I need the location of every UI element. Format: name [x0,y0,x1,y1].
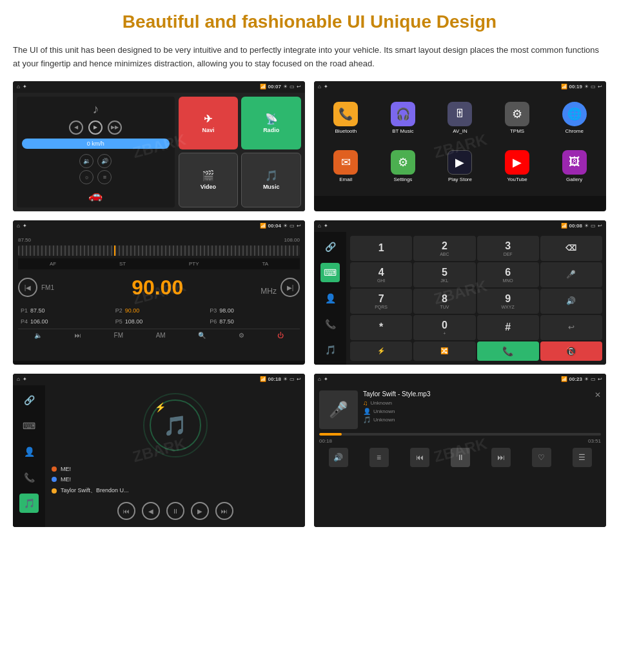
song-dot-1 [52,466,57,472]
key-1[interactable]: 1 [350,236,412,261]
key-5[interactable]: 5JKL [413,262,475,287]
app-email[interactable]: ✉ Email [319,146,373,191]
ta-btn[interactable]: TA [259,260,271,268]
key-hold[interactable]: ↩ [540,315,602,340]
key-3[interactable]: 3DEF [477,236,539,261]
radio-button[interactable]: 📡 Radio [241,97,301,150]
eq-icon-radio[interactable]: ⚙ [239,332,244,339]
app-bluetooth[interactable]: 📞 Bluetooth [319,98,373,142]
mp3-next-btn[interactable]: ⏭ [491,448,511,467]
btmusic-rew[interactable]: ◀ [142,502,160,520]
mp3-vol-btn[interactable]: 🔊 [329,448,348,467]
dialer-link-icon[interactable]: 🔗 [320,237,340,256]
app-btmusic[interactable]: 🎧 BT Music [377,98,430,142]
next-btn[interactable]: ▶▶ [108,120,122,135]
mp3-close-btn[interactable]: ✕ [594,390,601,399]
navi-button[interactable]: ✈ Navi [179,97,239,150]
power-icon-radio[interactable]: ⏻ [277,332,284,339]
key-backspace[interactable]: ⌫ [540,236,602,261]
music-button[interactable]: 🎵 Music [241,153,301,207]
frequency-bar [18,245,300,256]
mp3-list-btn[interactable]: ☰ [573,448,592,467]
avin-label: AV_IN [453,128,467,134]
key-special[interactable]: ⚡ [350,341,412,361]
key-star[interactable]: * [350,315,412,340]
key-hash[interactable]: # [477,315,539,340]
vol-up-icon[interactable]: 🔊 [97,154,112,168]
mp3-prev-btn[interactable]: ⏮ [410,448,429,467]
key-2[interactable]: 2ABC [413,236,475,261]
app-chrome[interactable]: 🌐 Chrome [547,98,601,142]
key-9[interactable]: 9WXYZ [477,289,539,314]
bright-icon[interactable]: ☼ [79,170,93,184]
dialer-keypad-icon[interactable]: ⌨ [320,263,340,282]
app-settings[interactable]: ⚙ Settings [377,146,430,191]
btmusic-play[interactable]: ⏸ [166,502,184,520]
pty-btn[interactable]: PTY [186,260,202,268]
btmusic-link-icon[interactable]: 🔗 [19,390,39,410]
key-end[interactable]: 📵 [540,341,602,361]
radio-main-controls: |◀ FM1 90.00 MHz ▶| [18,273,300,302]
key-4[interactable]: 4GHI [350,262,412,287]
back-icon-2: ↩ [598,84,602,90]
home-icon-4: ⌂ [318,223,321,229]
back-icon-6: ↩ [598,376,602,382]
app-youtube[interactable]: ▶ YouTube [491,146,544,191]
search-icon-radio[interactable]: 🔍 [198,332,206,339]
preset-4[interactable]: P4 106.00 [18,317,111,326]
preset-1[interactable]: P1 87.50 [18,306,111,315]
btmusic-ff[interactable]: ▶ [191,502,209,520]
radio-next-btn[interactable]: ▶| [280,278,300,297]
key-0[interactable]: 0+ [413,315,475,340]
btmusic-keypad-icon[interactable]: ⌨ [19,416,39,436]
key-mute[interactable]: 🎤 [540,262,602,287]
video-button[interactable]: 🎬 Video [179,153,239,207]
vol-icon-radio[interactable]: 🔈 [34,332,42,339]
dialer-music-icon[interactable]: 🎵 [320,340,340,360]
key-speaker[interactable]: 🔊 [540,289,602,314]
avin-icon: 🎚 [447,102,472,126]
key-7[interactable]: 7PQRS [350,289,412,314]
fm-mode-btn[interactable]: FM [114,332,123,339]
mp3-play-btn[interactable]: ⏸ [451,448,470,467]
app-tpms[interactable]: ⚙ TPMS [491,98,544,142]
app-gallery[interactable]: 🖼 Gallery [547,146,601,191]
dialer-recent-icon[interactable]: 📞 [320,314,340,334]
mp3-progress-bar[interactable] [319,433,601,436]
mp3-heart-btn[interactable]: ♡ [532,448,551,467]
player-controls[interactable]: ◀ ▶ ▶▶ [69,120,122,135]
preset-2[interactable]: P2 90.00 [113,306,206,315]
eq-icon[interactable]: ≡ [97,170,112,184]
key-8[interactable]: 8TUV [413,289,475,314]
key-swap[interactable]: 🔀 [413,341,475,361]
btmusic-recent-icon[interactable]: 📞 [19,468,39,487]
am-mode-btn[interactable]: AM [156,332,166,339]
dialer-contacts-icon[interactable]: 👤 [320,289,340,308]
st-btn[interactable]: ST [117,260,128,268]
skip-icon-radio[interactable]: ⏭ [75,332,81,339]
brightness-icon: ☀ [283,84,288,90]
vol-down-icon[interactable]: 🔉 [79,154,93,168]
navi-icon: ✈ [204,113,212,125]
af-btn[interactable]: AF [47,260,59,268]
btmusic-music-icon[interactable]: 🎵 [19,494,39,513]
key-6[interactable]: 6MNO [477,262,539,287]
car-icon: 🚗 [88,188,103,202]
bt-icon-4: ✦ [324,223,328,229]
btmusic-prev[interactable]: ⏮ [117,502,135,520]
btmusic-next[interactable]: ⏭ [215,502,233,520]
preset-3[interactable]: P3 98.00 [207,306,300,315]
bt-icon-6: ✦ [324,376,328,382]
app-playstore[interactable]: ▶ Play Store [433,146,487,191]
mp3-eq-btn[interactable]: ≡ [369,448,389,467]
app-avin[interactable]: 🎚 AV_IN [433,98,487,142]
back-icon: ↩ [297,84,301,90]
preset-6[interactable]: P6 87.50 [207,317,300,326]
prev-btn[interactable]: ◀ [69,120,83,135]
radio-prev-btn[interactable]: |◀ [18,278,37,297]
btmusic-contacts-icon[interactable]: 👤 [19,442,39,461]
key-call[interactable]: 📞 [477,341,539,361]
preset-5[interactable]: P5 108.00 [113,317,206,326]
bt-song-3: Taylor Swift、Brendon U... [52,485,299,497]
play-btn[interactable]: ▶ [88,120,103,135]
